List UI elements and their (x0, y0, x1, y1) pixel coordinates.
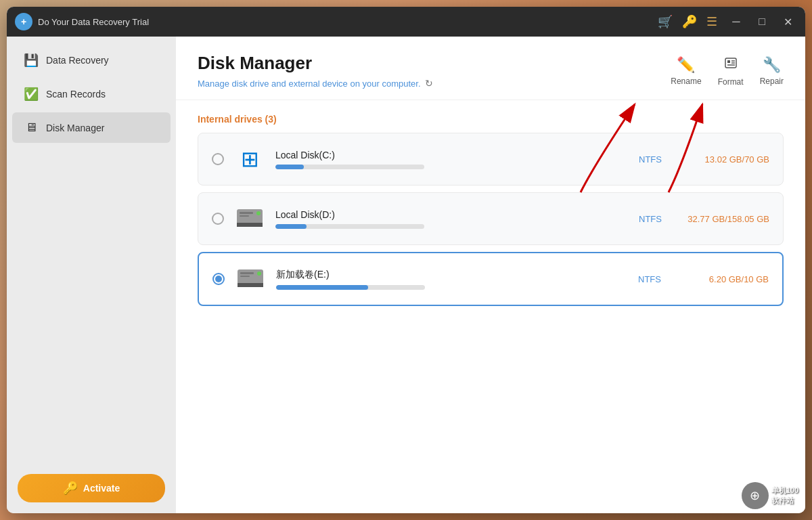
svg-rect-14 (240, 276, 250, 277)
svg-rect-1 (727, 60, 730, 63)
drive-bar-c (275, 165, 424, 169)
drive-bar-d (275, 224, 424, 229)
title-bar: + Do Your Data Recovery Trial 🛒 🔑 ☰ ─ □ … (7, 7, 805, 37)
section-title: Internal drives (3) (198, 114, 784, 125)
drive-fs-d: NTFS (630, 214, 671, 224)
sidebar-item-data-recovery[interactable]: 💾 Data Recovery (12, 45, 171, 76)
data-recovery-icon: 💾 (23, 53, 39, 68)
activate-icon: 🔑 (63, 481, 78, 496)
content-area: Internal drives (3) ⊞ Local Disk(C:) (176, 100, 805, 513)
svg-point-7 (256, 211, 261, 215)
sidebar-label-disk-manager: Disk Manager (46, 123, 104, 133)
format-label: Format (718, 77, 744, 87)
sidebar-item-scan-records[interactable]: ✅ Scan Records (12, 79, 171, 110)
app-window: + Do Your Data Recovery Trial 🛒 🔑 ☰ ─ □ … (7, 7, 805, 513)
sidebar-label-data-recovery: Data Recovery (46, 55, 109, 66)
activate-label: Activate (83, 483, 120, 494)
repair-label: Repair (760, 77, 784, 86)
drive-bar-fill-e (276, 285, 368, 290)
format-button[interactable]: Format (718, 56, 744, 87)
svg-rect-11 (238, 283, 263, 287)
close-button[interactable]: ✕ (778, 12, 797, 31)
drive-bar-fill-d (275, 224, 307, 229)
drive-list: ⊞ Local Disk(C:) NTFS 13.02 GB/70 GB (198, 133, 784, 306)
svg-rect-9 (240, 215, 249, 217)
page-subtitle: Manage disk drive and external device on… (198, 78, 433, 89)
menu-icon[interactable]: ☰ (706, 14, 717, 29)
sidebar-item-disk-manager[interactable]: 🖥 Disk Manager (12, 112, 171, 143)
minimize-button[interactable]: ─ (727, 12, 746, 31)
sidebar-label-scan-records: Scan Records (46, 89, 106, 100)
rename-label: Rename (671, 77, 701, 86)
drive-item-c[interactable]: ⊞ Local Disk(C:) NTFS 13.02 GB/70 GB (198, 133, 784, 186)
drive-name-e: 新加载卷(E:) (276, 269, 618, 281)
sidebar-footer: 🔑 Activate (7, 463, 176, 513)
drive-icon-c: ⊞ (235, 144, 265, 174)
key-icon[interactable]: 🔑 (682, 14, 697, 29)
drive-name-c: Local Disk(C:) (275, 150, 619, 160)
sidebar: 💾 Data Recovery ✅ Scan Records 🖥 Disk Ma… (7, 37, 176, 513)
repair-button[interactable]: 🔧 Repair (760, 56, 784, 86)
drive-name-d: Local Disk(D:) (275, 209, 619, 220)
drive-fs-e: NTFS (629, 274, 670, 284)
drive-size-d: 32.77 GB/158.05 GB (681, 214, 769, 224)
window-controls: ─ □ ✕ (727, 12, 797, 31)
drive-info-d: Local Disk(D:) (275, 209, 619, 229)
cart-icon[interactable]: 🛒 (658, 14, 673, 29)
header-left: Disk Manager Manage disk drive and exter… (198, 53, 433, 89)
scan-records-icon: ✅ (23, 87, 39, 102)
drive-item-d[interactable]: Local Disk(D:) NTFS 32.77 GB/158.05 GB (198, 192, 784, 245)
svg-rect-8 (240, 212, 253, 214)
drive-radio-c[interactable] (212, 153, 224, 165)
svg-point-12 (257, 272, 261, 276)
svg-rect-13 (240, 272, 254, 274)
app-icon: + (15, 13, 32, 30)
maximize-button[interactable]: □ (752, 12, 771, 31)
main-content: Disk Manager Manage disk drive and exter… (176, 37, 805, 513)
drive-info-e: 新加载卷(E:) (276, 269, 618, 290)
drive-radio-e[interactable] (212, 273, 225, 285)
subtitle-text: Manage disk drive and external device on… (198, 79, 421, 89)
app-title: Do Your Data Recovery Trial (38, 17, 658, 27)
drive-size-e: 6.20 GB/10 GB (681, 274, 769, 284)
disk-manager-icon: 🖥 (23, 121, 39, 135)
drive-bar-e (276, 285, 425, 290)
drive-icon-e (235, 264, 265, 294)
svg-rect-6 (237, 223, 263, 227)
rename-icon: ✏️ (677, 56, 695, 74)
format-icon (723, 56, 738, 74)
activate-button[interactable]: 🔑 Activate (18, 474, 165, 502)
drive-bar-fill-c (275, 165, 304, 169)
repair-icon: 🔧 (763, 56, 781, 74)
title-bar-icons: 🛒 🔑 ☰ (658, 14, 717, 29)
drive-size-c: 13.02 GB/70 GB (681, 154, 769, 165)
drive-item-e[interactable]: 新加载卷(E:) NTFS 6.20 GB/10 GB (198, 252, 784, 306)
drive-info-c: Local Disk(C:) (275, 150, 619, 169)
page-title: Disk Manager (198, 53, 433, 74)
app-body: 💾 Data Recovery ✅ Scan Records 🖥 Disk Ma… (7, 37, 805, 513)
drive-radio-d[interactable] (212, 213, 224, 225)
refresh-icon[interactable]: ↻ (425, 78, 433, 89)
drive-fs-c: NTFS (630, 154, 671, 165)
content-header: Disk Manager Manage disk drive and exter… (176, 37, 805, 100)
rename-button[interactable]: ✏️ Rename (671, 56, 701, 86)
drive-icon-d (235, 204, 265, 234)
header-actions: ✏️ Rename For (671, 53, 784, 87)
